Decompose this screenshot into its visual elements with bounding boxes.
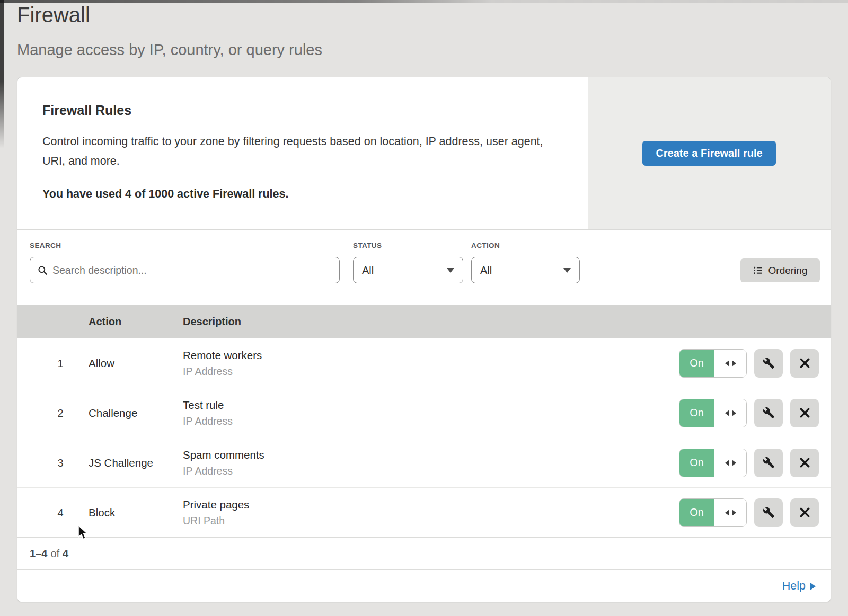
rule-action: JS Challenge <box>89 457 153 469</box>
table-header: Action Description <box>17 305 831 338</box>
rule-action: Block <box>89 506 115 519</box>
page-title: Firewall <box>17 3 90 27</box>
toggle-arrows-icon[interactable] <box>714 499 746 526</box>
rule-field: URI Path <box>183 515 249 527</box>
toggle-on-label: On <box>679 399 714 427</box>
table-row: 4 Block Private pages URI Path On <box>17 488 831 538</box>
pagination: 1–4 of 4 <box>17 538 831 569</box>
rule-field: IP Address <box>183 415 233 427</box>
ordering-button-label: Ordering <box>768 265 808 276</box>
create-rule-panel: Create a Firewall rule <box>588 77 831 229</box>
rule-description: Test rule <box>183 399 233 412</box>
search-label: SEARCH <box>30 242 61 249</box>
rule-description-cell: Private pages URI Path <box>183 498 249 527</box>
pagination-of: of <box>50 548 59 560</box>
table-row: 1 Allow Remote workers IP Address On <box>17 338 831 388</box>
pagination-range: 1–4 <box>30 548 47 560</box>
close-icon <box>799 358 810 369</box>
chevron-down-icon <box>447 268 454 273</box>
screen-edge-artifact-left <box>0 0 4 148</box>
status-label: STATUS <box>353 242 382 249</box>
close-icon <box>799 457 810 468</box>
column-header-description: Description <box>183 316 241 328</box>
toggle-arrows-icon[interactable] <box>714 399 746 427</box>
rule-controls: On <box>679 449 819 477</box>
firewall-page: Firewall Manage access by IP, country, o… <box>0 0 848 616</box>
search-box[interactable] <box>30 257 340 283</box>
search-input[interactable] <box>48 264 339 277</box>
rule-enabled-toggle[interactable]: On <box>679 498 747 527</box>
wrench-icon <box>763 457 775 469</box>
wrench-icon <box>763 407 775 419</box>
rule-priority: 3 <box>51 457 69 469</box>
card-footer: Help <box>17 569 831 602</box>
delete-rule-button[interactable] <box>790 349 819 378</box>
help-link-label: Help <box>782 579 806 593</box>
table-row: 3 JS Challenge Spam comments IP Address … <box>17 438 831 488</box>
action-label: ACTION <box>471 242 500 249</box>
edit-rule-button[interactable] <box>754 349 783 378</box>
create-firewall-rule-button[interactable]: Create a Firewall rule <box>642 141 776 166</box>
toggle-arrows-icon[interactable] <box>714 350 746 377</box>
rule-action: Challenge <box>89 407 137 419</box>
edit-rule-button[interactable] <box>754 399 783 427</box>
card-description: Control incoming traffic to your zone by… <box>42 132 543 171</box>
action-selected-value: All <box>480 264 492 276</box>
rule-controls: On <box>679 349 819 378</box>
status-select[interactable]: All <box>353 257 463 283</box>
edit-rule-button[interactable] <box>754 498 783 527</box>
rule-field: IP Address <box>183 365 262 378</box>
rule-enabled-toggle[interactable]: On <box>679 349 747 378</box>
rule-priority: 1 <box>51 357 69 369</box>
card-intro-section: Firewall Rules Control incoming traffic … <box>17 77 831 229</box>
column-header-action: Action <box>89 316 121 328</box>
rule-controls: On <box>679 399 819 427</box>
wrench-icon <box>763 506 775 519</box>
rule-priority: 4 <box>51 506 69 519</box>
caret-right-icon <box>810 583 816 590</box>
rule-priority: 2 <box>51 407 69 419</box>
edit-rule-button[interactable] <box>754 449 783 477</box>
toggle-on-label: On <box>679 449 714 477</box>
rule-description-cell: Spam comments IP Address <box>183 449 264 477</box>
chevron-down-icon <box>563 268 571 273</box>
rule-description: Remote workers <box>183 349 262 362</box>
rule-controls: On <box>679 498 819 527</box>
rule-enabled-toggle[interactable]: On <box>679 399 747 427</box>
card-title: Firewall Rules <box>42 103 588 118</box>
pagination-total: 4 <box>63 548 68 560</box>
ordering-button[interactable]: Ordering <box>740 258 820 282</box>
list-icon <box>753 265 763 275</box>
firewall-rules-card: Firewall Rules Control incoming traffic … <box>17 77 831 602</box>
table-row: 2 Challenge Test rule IP Address On <box>17 388 831 438</box>
close-icon <box>799 507 810 518</box>
rule-description-cell: Test rule IP Address <box>183 399 233 427</box>
toggle-on-label: On <box>679 499 714 526</box>
rules-table-body: 1 Allow Remote workers IP Address On <box>17 338 831 538</box>
toggle-arrows-icon[interactable] <box>714 449 746 477</box>
rule-description: Private pages <box>183 498 249 511</box>
status-selected-value: All <box>362 264 374 276</box>
rule-description-cell: Remote workers IP Address <box>183 349 262 378</box>
rule-field: IP Address <box>183 465 264 477</box>
close-icon <box>799 407 810 418</box>
action-select[interactable]: All <box>471 257 580 283</box>
delete-rule-button[interactable] <box>790 399 819 427</box>
page-subtitle: Manage access by IP, country, or query r… <box>17 41 322 59</box>
screen-edge-artifact-top <box>0 0 848 3</box>
filters-bar: SEARCH STATUS All ACTION All <box>17 229 831 305</box>
rule-description: Spam comments <box>183 449 264 461</box>
delete-rule-button[interactable] <box>790 498 819 527</box>
rule-action: Allow <box>89 357 114 370</box>
rule-enabled-toggle[interactable]: On <box>679 449 747 477</box>
intro-text-block: Firewall Rules Control incoming traffic … <box>17 77 588 229</box>
help-link[interactable]: Help <box>782 579 816 593</box>
delete-rule-button[interactable] <box>790 449 819 477</box>
toggle-on-label: On <box>679 350 714 377</box>
usage-note: You have used 4 of 1000 active Firewall … <box>42 188 588 201</box>
wrench-icon <box>763 357 775 369</box>
search-icon <box>38 265 48 275</box>
